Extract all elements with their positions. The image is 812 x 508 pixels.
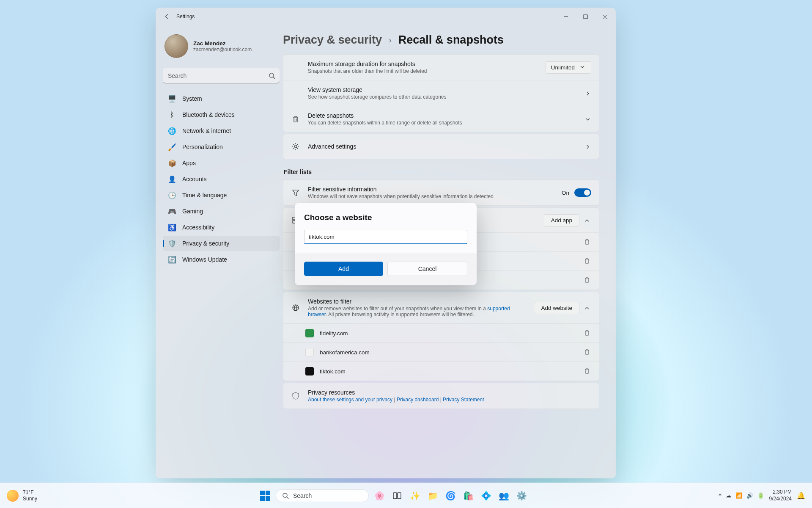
weather-temp: 71°F <box>23 489 37 495</box>
dialog-choose-website: Choose a website Add Cancel <box>295 203 477 285</box>
taskbar: 71°F Sunny Search 🌸 ✨ 📁 🌀 🛍️ 💠 👥 ⚙️ ^ ☁ … <box>0 483 812 508</box>
start-button[interactable] <box>258 489 272 503</box>
battery-icon[interactable]: 🔋 <box>757 492 764 499</box>
chevron-up-icon[interactable]: ^ <box>719 492 721 499</box>
taskbar-search[interactable]: Search <box>276 489 369 502</box>
svg-rect-10 <box>260 496 265 501</box>
svg-point-12 <box>283 493 287 497</box>
dialog-cancel-button[interactable]: Cancel <box>387 262 467 276</box>
svg-rect-9 <box>266 491 270 495</box>
sun-icon <box>7 490 19 502</box>
date: 9/24/2024 <box>769 496 792 502</box>
clock[interactable]: 2:30 PM 9/24/2024 <box>769 489 792 502</box>
onedrive-icon[interactable]: ☁ <box>726 492 731 499</box>
wifi-icon[interactable]: 📶 <box>735 492 742 499</box>
task-view-icon[interactable] <box>390 489 404 503</box>
website-url-input[interactable] <box>304 230 467 244</box>
teams-icon[interactable]: 👥 <box>497 489 511 503</box>
search-label: Search <box>293 492 312 499</box>
settings-window: Settings Zac Mendez zacmendez@outlook.co… <box>156 8 616 478</box>
copilot-icon[interactable]: ✨ <box>408 489 422 503</box>
svg-rect-13 <box>393 493 397 499</box>
notifications-button[interactable]: 🔔 <box>797 491 805 500</box>
system-tray[interactable]: ^ ☁ 📶 🔊 🔋 <box>719 492 764 499</box>
dialog-title: Choose a website <box>304 213 467 222</box>
dialog-add-button[interactable]: Add <box>304 262 383 276</box>
search-icon <box>282 492 289 499</box>
edge-icon[interactable]: 🌀 <box>443 489 458 503</box>
windows-icon <box>260 490 271 501</box>
svg-rect-11 <box>266 496 270 501</box>
widgets-icon[interactable]: 🌸 <box>372 489 387 503</box>
time: 2:30 PM <box>769 489 792 496</box>
app-icon[interactable]: 💠 <box>479 489 493 503</box>
explorer-icon[interactable]: 📁 <box>425 489 440 503</box>
svg-rect-14 <box>398 493 401 499</box>
volume-icon[interactable]: 🔊 <box>746 492 753 499</box>
weather-condition: Sunny <box>23 496 37 502</box>
taskbar-weather[interactable]: 71°F Sunny <box>7 489 100 502</box>
svg-rect-8 <box>260 491 265 495</box>
store-icon[interactable]: 🛍️ <box>461 489 475 503</box>
settings-icon[interactable]: ⚙️ <box>514 489 529 503</box>
